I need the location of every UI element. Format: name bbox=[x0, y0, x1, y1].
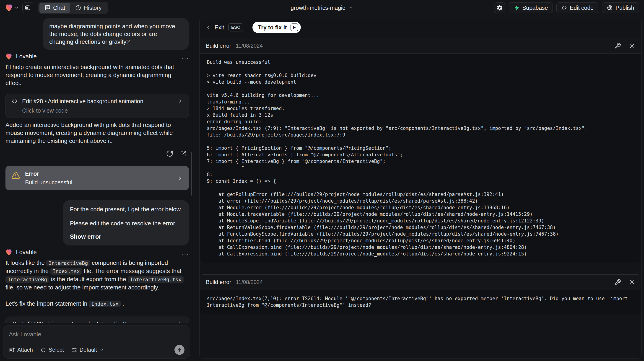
fix-error-button[interactable] bbox=[614, 43, 621, 49]
tab-history[interactable]: History bbox=[70, 3, 107, 13]
exit-button[interactable]: Exit bbox=[214, 24, 224, 31]
attach-button[interactable]: Attach bbox=[9, 347, 33, 353]
build-error-card-selected[interactable]: Error Build unsuccessful bbox=[6, 166, 189, 190]
model-selector[interactable]: Default bbox=[71, 347, 104, 353]
assistant-message-header: Lovable ... bbox=[6, 53, 189, 60]
chevron-down-icon bbox=[100, 348, 104, 352]
supabase-button[interactable]: Supabase bbox=[509, 2, 553, 13]
topbar-left: Chat History bbox=[5, 1, 108, 14]
terminal-output: src/pages/Index.tsx(7,10): error TS2614:… bbox=[207, 295, 634, 309]
wrench-icon bbox=[614, 279, 621, 285]
build-error-date: 11/08/2024 bbox=[236, 279, 263, 285]
assistant-name: Lovable bbox=[16, 53, 37, 60]
assistant-paragraph: I'll help create an interactive backgrou… bbox=[6, 63, 189, 87]
sidebar-toggle-button[interactable] bbox=[22, 2, 33, 13]
lovable-logo-menu[interactable] bbox=[5, 4, 19, 12]
chat-input-placeholder[interactable]: Ask Lovable... bbox=[9, 331, 184, 338]
select-element-button[interactable]: Select bbox=[40, 347, 64, 353]
code-brackets-icon bbox=[11, 321, 18, 323]
target-icon bbox=[40, 347, 46, 353]
code-brackets-icon bbox=[561, 5, 567, 11]
arrow-up-icon bbox=[177, 347, 182, 353]
message-menu-button[interactable]: ... bbox=[182, 251, 189, 253]
select-label: Select bbox=[48, 347, 64, 353]
image-attach-icon bbox=[9, 347, 15, 353]
topbar: Chat History growth-metrics-magic S bbox=[0, 0, 644, 15]
try-to-fix-button[interactable]: Try to fix it F bbox=[252, 22, 300, 33]
edit-card-subtitle: Click to view code bbox=[22, 107, 183, 114]
supabase-bolt-icon bbox=[514, 5, 520, 11]
warning-triangle-icon bbox=[12, 171, 20, 180]
build-error-date: 11/08/2024 bbox=[236, 43, 263, 49]
edit-card-title: Edit #29 • Fix import error for Interact… bbox=[22, 321, 130, 323]
lovable-heart-icon bbox=[5, 4, 13, 12]
globe-icon bbox=[607, 5, 613, 11]
close-error-button[interactable] bbox=[629, 43, 635, 49]
edit-card-28[interactable]: Edit #28 • Add interactive background an… bbox=[6, 94, 189, 118]
fix-errors-panel: Exit ESC Try to fix it F Build error 11/… bbox=[199, 18, 642, 359]
assistant-paragraph: Added an interactive background with pin… bbox=[6, 121, 189, 145]
error-card-subtitle: Build unsuccessful bbox=[25, 179, 72, 186]
chevron-right-icon bbox=[178, 321, 183, 323]
tab-chat-label: Chat bbox=[53, 4, 65, 11]
chevron-right-icon bbox=[178, 98, 183, 104]
panel-icon bbox=[25, 4, 31, 11]
edit-card-29[interactable]: Edit #29 • Fix import error for Interact… bbox=[6, 317, 189, 323]
model-label: Default bbox=[80, 347, 97, 353]
attach-label: Attach bbox=[17, 347, 33, 353]
build-error-actions bbox=[614, 43, 635, 49]
esc-key-badge: ESC bbox=[228, 23, 244, 31]
sliders-icon bbox=[71, 347, 77, 353]
build-error-log: Build was unsuccessful > vite_react_shad… bbox=[200, 53, 641, 263]
build-error-card: Build error 11/08/2024 Bui bbox=[200, 38, 641, 263]
fix-panel-header: Exit ESC Try to fix it F bbox=[200, 18, 642, 37]
edit-card-title-row: Edit #28 • Add interactive background an… bbox=[11, 98, 183, 105]
chevron-left-icon[interactable] bbox=[206, 25, 211, 30]
build-error-actions bbox=[614, 279, 635, 285]
close-icon bbox=[629, 279, 635, 285]
close-icon bbox=[629, 43, 635, 49]
fix-error-button[interactable] bbox=[614, 279, 621, 285]
inline-code: Index.tsx bbox=[89, 301, 121, 307]
chat-messages: maybe diagramming points and when you mo… bbox=[0, 15, 193, 323]
show-error-toggle[interactable]: Show error bbox=[70, 233, 182, 240]
build-error-log: src/pages/Index.tsx(7,10): error TS2614:… bbox=[200, 290, 641, 314]
chat-scrollbar-thumb[interactable] bbox=[191, 152, 192, 196]
project-name: growth-metrics-magic bbox=[291, 4, 345, 11]
error-card-title: Error bbox=[25, 170, 72, 177]
inline-code: InteractiveBg bbox=[6, 276, 49, 283]
open-preview-button[interactable] bbox=[180, 150, 187, 157]
edit-card-title-row: Edit #29 • Fix import error for Interact… bbox=[11, 321, 183, 323]
assistant-paragraph: It looks like the InteractiveBg componen… bbox=[6, 259, 189, 292]
tab-history-label: History bbox=[84, 4, 102, 11]
code-brackets-icon bbox=[11, 98, 18, 105]
refresh-icon bbox=[166, 150, 173, 157]
user-message: For the code present, I get the error be… bbox=[63, 200, 189, 245]
publish-label: Publish bbox=[616, 4, 634, 11]
tab-chat[interactable]: Chat bbox=[40, 3, 70, 13]
chevron-down-icon bbox=[14, 6, 19, 10]
composer[interactable]: Ask Lovable... Attach Select bbox=[3, 325, 190, 359]
message-menu-button[interactable]: ... bbox=[182, 55, 189, 58]
edit-code-button[interactable]: Edit code bbox=[556, 2, 598, 13]
project-switcher[interactable]: growth-metrics-magic bbox=[291, 4, 354, 11]
topbar-actions: Supabase Edit code Publish bbox=[494, 2, 639, 13]
build-error-title: Build error bbox=[206, 279, 231, 285]
inline-code: InteractiveBg.tsx bbox=[128, 276, 184, 283]
f-key-badge: F bbox=[290, 23, 298, 31]
inline-code: Index.tsx bbox=[50, 268, 82, 275]
gear-icon bbox=[496, 4, 503, 11]
assistant-message-header: Lovable ... bbox=[6, 249, 189, 256]
restore-version-button[interactable] bbox=[166, 150, 173, 157]
settings-button[interactable] bbox=[494, 2, 505, 13]
assistant-paragraph: Let's fix the import statement in Index.… bbox=[6, 300, 189, 308]
build-error-header: Build error 11/08/2024 bbox=[200, 38, 641, 53]
publish-button[interactable]: Publish bbox=[602, 2, 639, 13]
send-button[interactable] bbox=[174, 345, 184, 355]
supabase-label: Supabase bbox=[522, 4, 548, 11]
lovable-heart-icon bbox=[6, 249, 12, 256]
assistant-name: Lovable bbox=[16, 249, 37, 256]
close-error-button[interactable] bbox=[629, 279, 635, 285]
chat-panel: maybe diagramming points and when you mo… bbox=[0, 15, 193, 361]
lovable-heart-icon bbox=[6, 53, 12, 60]
